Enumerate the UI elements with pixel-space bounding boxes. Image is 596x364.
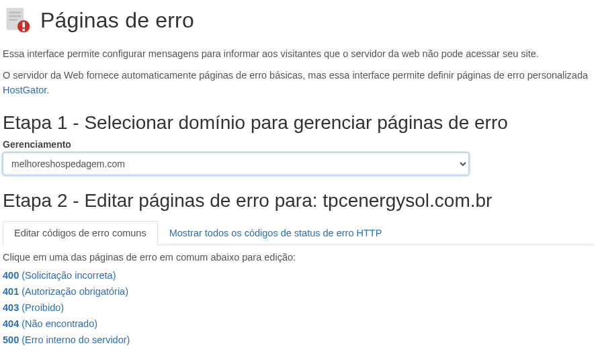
error-link-404[interactable]: 404 (Não encontrado) xyxy=(3,318,97,329)
error-label: (Não encontrado) xyxy=(22,318,97,329)
error-label: (Solicitação incorreta) xyxy=(22,270,116,281)
domain-select[interactable]: melhoreshospedagem.com xyxy=(3,152,469,175)
svg-rect-2 xyxy=(9,15,21,17)
error-link-500[interactable]: 500 (Erro interno do servidor) xyxy=(3,334,130,345)
intro-p2-suffix: . xyxy=(46,85,49,95)
error-item: 401 (Autorização obrigatória) xyxy=(3,284,593,300)
error-link-401[interactable]: 401 (Autorização obrigatória) xyxy=(3,286,128,297)
domain-select-wrap: melhoreshospedagem.com xyxy=(3,152,593,175)
svg-rect-6 xyxy=(22,29,25,32)
domain-select-label: Gerenciamento xyxy=(3,139,593,150)
error-label: (Autorização obrigatória) xyxy=(22,286,128,297)
svg-rect-1 xyxy=(9,11,21,13)
intro-block: Essa interface permite configurar mensag… xyxy=(0,47,596,97)
error-code: 401 xyxy=(3,286,19,297)
error-code: 400 xyxy=(3,270,19,281)
error-item: 404 (Não encontrado) xyxy=(3,316,593,332)
page-title: Páginas de erro xyxy=(40,8,194,33)
svg-rect-3 xyxy=(9,19,17,21)
error-label: (Proibido) xyxy=(22,302,64,313)
tabs: Editar códigos de erro comuns Mostrar to… xyxy=(3,221,593,245)
intro-p2-prefix: O servidor da Web fornece automaticament… xyxy=(3,70,588,81)
svg-rect-5 xyxy=(22,22,25,28)
error-label: (Erro interno do servidor) xyxy=(22,334,130,345)
intro-paragraph-1: Essa interface permite configurar mensag… xyxy=(3,47,593,62)
error-list: 400 (Solicitação incorreta) 401 (Autoriz… xyxy=(3,268,593,349)
tab-all-http-errors[interactable]: Mostrar todos os códigos de status de er… xyxy=(158,221,394,244)
error-item: 400 (Solicitação incorreta) xyxy=(3,268,593,284)
error-code: 403 xyxy=(3,302,19,313)
step2-heading: Etapa 2 - Editar páginas de erro para: t… xyxy=(3,190,593,212)
error-code: 500 xyxy=(3,334,19,345)
hostgator-link[interactable]: HostGator xyxy=(3,85,46,95)
error-code: 404 xyxy=(3,318,19,329)
intro-paragraph-2: O servidor da Web fornece automaticament… xyxy=(3,69,593,98)
tab-common-errors[interactable]: Editar códigos de erro comuns xyxy=(3,221,158,245)
error-link-400[interactable]: 400 (Solicitação incorreta) xyxy=(3,270,116,281)
tab-help-text: Clique em uma das páginas de erro em com… xyxy=(3,252,593,263)
step1-heading: Etapa 1 - Selecionar domínio para gerenc… xyxy=(3,112,593,134)
error-item: 500 (Erro interno do servidor) xyxy=(3,332,593,349)
error-link-403[interactable]: 403 (Proibido) xyxy=(3,302,64,313)
error-item: 403 (Proibido) xyxy=(3,300,593,316)
page-header: Páginas de erro xyxy=(0,0,596,47)
error-page-document-icon xyxy=(3,5,32,35)
